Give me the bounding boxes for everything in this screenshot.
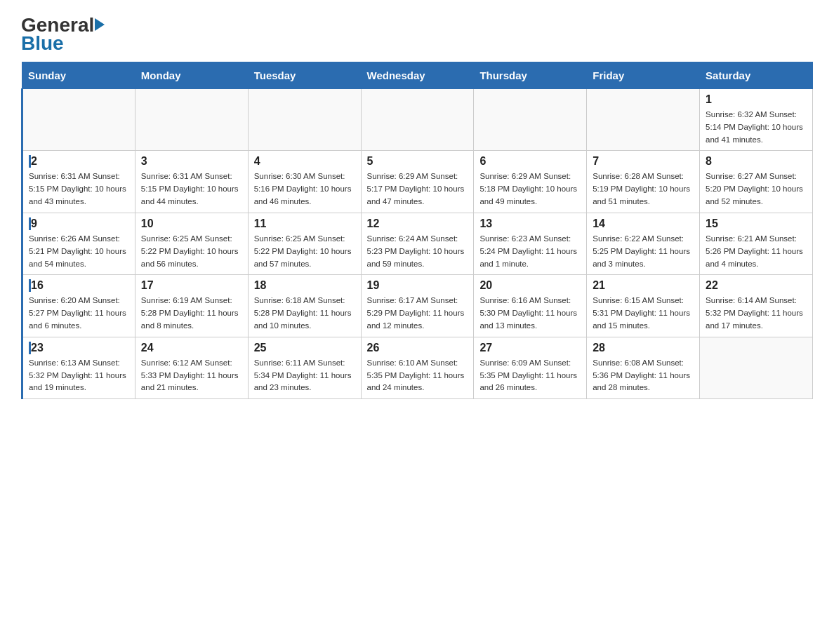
day-header-thursday: Thursday [474,62,587,89]
day-info: Sunrise: 6:31 AM Sunset: 5:15 PM Dayligh… [141,170,242,208]
calendar-cell: 24Sunrise: 6:12 AM Sunset: 5:33 PM Dayli… [135,337,248,398]
day-info: Sunrise: 6:17 AM Sunset: 5:29 PM Dayligh… [367,295,468,332]
calendar-cell: 7Sunrise: 6:28 AM Sunset: 5:19 PM Daylig… [587,151,700,213]
day-info: Sunrise: 6:32 AM Sunset: 5:14 PM Dayligh… [706,109,807,146]
day-number: 19 [367,279,468,292]
calendar-week-5: 23Sunrise: 6:13 AM Sunset: 5:32 PM Dayli… [22,337,813,398]
calendar-week-4: 16Sunrise: 6:20 AM Sunset: 5:27 PM Dayli… [22,275,813,337]
page-header: General Blue [21,14,813,55]
day-info: Sunrise: 6:22 AM Sunset: 5:25 PM Dayligh… [593,233,694,270]
day-number: 12 [367,217,468,230]
day-info: Sunrise: 6:30 AM Sunset: 5:16 PM Dayligh… [254,170,355,208]
day-header-monday: Monday [135,62,248,89]
day-number: 6 [479,155,581,168]
logo: General Blue [21,14,105,55]
day-number: 13 [479,217,581,230]
calendar-cell: 2Sunrise: 6:31 AM Sunset: 5:15 PM Daylig… [22,151,135,213]
day-number: 8 [706,155,807,168]
calendar-cell: 10Sunrise: 6:25 AM Sunset: 5:22 PM Dayli… [135,213,248,274]
day-info: Sunrise: 6:14 AM Sunset: 5:32 PM Dayligh… [706,295,807,332]
calendar-cell: 28Sunrise: 6:08 AM Sunset: 5:36 PM Dayli… [587,337,700,398]
day-number: 15 [706,217,807,230]
calendar-cell: 5Sunrise: 6:29 AM Sunset: 5:17 PM Daylig… [361,151,474,213]
calendar-cell [135,89,248,151]
day-header-saturday: Saturday [700,62,813,89]
day-number: 3 [141,155,242,168]
day-number: 22 [706,279,807,292]
calendar-cell: 16Sunrise: 6:20 AM Sunset: 5:27 PM Dayli… [22,275,135,337]
calendar-cell: 22Sunrise: 6:14 AM Sunset: 5:32 PM Dayli… [700,275,813,337]
calendar-cell [700,337,813,398]
calendar-cell: 8Sunrise: 6:27 AM Sunset: 5:20 PM Daylig… [700,151,813,213]
calendar-cell: 23Sunrise: 6:13 AM Sunset: 5:32 PM Dayli… [22,337,135,398]
day-number: 14 [593,217,694,230]
day-number: 26 [367,342,468,354]
calendar-cell: 9Sunrise: 6:26 AM Sunset: 5:21 PM Daylig… [22,213,135,274]
day-header-friday: Friday [587,62,700,89]
calendar-table: SundayMondayTuesdayWednesdayThursdayFrid… [21,62,813,399]
day-info: Sunrise: 6:25 AM Sunset: 5:22 PM Dayligh… [254,233,355,270]
calendar-cell: 19Sunrise: 6:17 AM Sunset: 5:29 PM Dayli… [361,275,474,337]
calendar-cell: 14Sunrise: 6:22 AM Sunset: 5:25 PM Dayli… [587,213,700,274]
day-info: Sunrise: 6:23 AM Sunset: 5:24 PM Dayligh… [479,233,581,270]
day-number: 4 [254,155,355,168]
calendar-cell: 25Sunrise: 6:11 AM Sunset: 5:34 PM Dayli… [248,337,361,398]
day-info: Sunrise: 6:16 AM Sunset: 5:30 PM Dayligh… [479,295,581,332]
logo-arrow-icon [95,18,105,31]
day-number: 9 [29,217,129,230]
day-number: 28 [593,342,694,354]
day-info: Sunrise: 6:12 AM Sunset: 5:33 PM Dayligh… [141,357,242,394]
calendar-cell: 4Sunrise: 6:30 AM Sunset: 5:16 PM Daylig… [248,151,361,213]
calendar-header-row: SundayMondayTuesdayWednesdayThursdayFrid… [22,62,813,89]
calendar-cell [474,89,587,151]
day-info: Sunrise: 6:19 AM Sunset: 5:28 PM Dayligh… [141,295,242,332]
day-info: Sunrise: 6:13 AM Sunset: 5:32 PM Dayligh… [29,357,129,394]
calendar-cell: 6Sunrise: 6:29 AM Sunset: 5:18 PM Daylig… [474,151,587,213]
day-info: Sunrise: 6:18 AM Sunset: 5:28 PM Dayligh… [254,295,355,332]
day-number: 24 [141,342,242,354]
calendar-week-1: 1Sunrise: 6:32 AM Sunset: 5:14 PM Daylig… [22,89,813,151]
day-header-tuesday: Tuesday [248,62,361,89]
day-number: 1 [706,93,807,106]
day-info: Sunrise: 6:08 AM Sunset: 5:36 PM Dayligh… [593,357,694,394]
day-number: 10 [141,217,242,230]
day-info: Sunrise: 6:09 AM Sunset: 5:35 PM Dayligh… [479,357,581,394]
day-number: 2 [29,155,129,168]
day-info: Sunrise: 6:27 AM Sunset: 5:20 PM Dayligh… [706,170,807,208]
day-number: 11 [254,217,355,230]
calendar-cell: 13Sunrise: 6:23 AM Sunset: 5:24 PM Dayli… [474,213,587,274]
day-info: Sunrise: 6:28 AM Sunset: 5:19 PM Dayligh… [593,170,694,208]
day-info: Sunrise: 6:15 AM Sunset: 5:31 PM Dayligh… [593,295,694,332]
day-number: 5 [367,155,468,168]
day-info: Sunrise: 6:31 AM Sunset: 5:15 PM Dayligh… [29,170,129,208]
calendar-week-3: 9Sunrise: 6:26 AM Sunset: 5:21 PM Daylig… [22,213,813,274]
day-number: 17 [141,279,242,292]
calendar-cell: 15Sunrise: 6:21 AM Sunset: 5:26 PM Dayli… [700,213,813,274]
day-info: Sunrise: 6:26 AM Sunset: 5:21 PM Dayligh… [29,233,129,270]
calendar-cell: 17Sunrise: 6:19 AM Sunset: 5:28 PM Dayli… [135,275,248,337]
calendar-cell: 1Sunrise: 6:32 AM Sunset: 5:14 PM Daylig… [700,89,813,151]
day-info: Sunrise: 6:21 AM Sunset: 5:26 PM Dayligh… [706,233,807,270]
day-info: Sunrise: 6:10 AM Sunset: 5:35 PM Dayligh… [367,357,468,394]
day-number: 16 [29,279,129,292]
calendar-cell: 12Sunrise: 6:24 AM Sunset: 5:23 PM Dayli… [361,213,474,274]
day-number: 7 [593,155,694,168]
calendar-cell: 27Sunrise: 6:09 AM Sunset: 5:35 PM Dayli… [474,337,587,398]
day-number: 25 [254,342,355,354]
day-number: 23 [29,342,129,354]
day-info: Sunrise: 6:29 AM Sunset: 5:18 PM Dayligh… [479,170,581,208]
calendar-cell [22,89,135,151]
day-info: Sunrise: 6:29 AM Sunset: 5:17 PM Dayligh… [367,170,468,208]
day-header-wednesday: Wednesday [361,62,474,89]
calendar-cell [361,89,474,151]
day-info: Sunrise: 6:20 AM Sunset: 5:27 PM Dayligh… [29,295,129,332]
calendar-cell: 3Sunrise: 6:31 AM Sunset: 5:15 PM Daylig… [135,151,248,213]
day-number: 20 [479,279,581,292]
calendar-cell: 26Sunrise: 6:10 AM Sunset: 5:35 PM Dayli… [361,337,474,398]
calendar-cell [248,89,361,151]
calendar-cell: 21Sunrise: 6:15 AM Sunset: 5:31 PM Dayli… [587,275,700,337]
day-number: 18 [254,279,355,292]
calendar-cell: 18Sunrise: 6:18 AM Sunset: 5:28 PM Dayli… [248,275,361,337]
calendar-cell: 20Sunrise: 6:16 AM Sunset: 5:30 PM Dayli… [474,275,587,337]
day-number: 27 [479,342,581,354]
